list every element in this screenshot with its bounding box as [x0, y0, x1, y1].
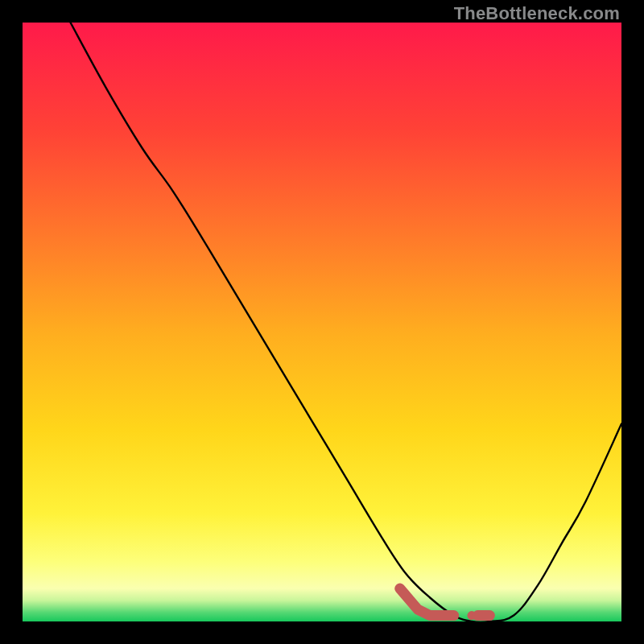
- chart-background: [23, 23, 621, 621]
- bottleneck-chart: [23, 23, 621, 621]
- chart-frame: [23, 23, 621, 621]
- watermark-label: TheBottleneck.com: [454, 3, 620, 24]
